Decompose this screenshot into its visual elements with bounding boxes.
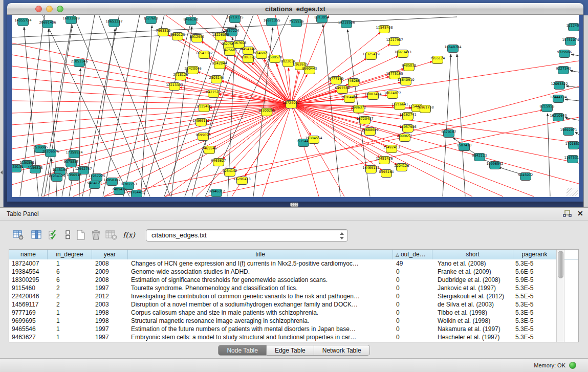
table-cell[interactable]: Hescheler et al. (1997) bbox=[432, 333, 513, 341]
network-node[interactable]: 9699695 bbox=[196, 133, 211, 141]
table-cell[interactable]: 5.6E-5 bbox=[513, 268, 556, 276]
network-node[interactable]: 2718126 bbox=[173, 73, 188, 80]
new-column-icon[interactable] bbox=[74, 227, 88, 243]
table-cell[interactable]: 49 bbox=[393, 259, 432, 268]
network-node[interactable]: 12093822 bbox=[551, 82, 568, 90]
network-node[interactable]: 8215955 bbox=[540, 104, 555, 112]
network-node[interactable]: 1350515 bbox=[67, 173, 82, 181]
function-builder-icon[interactable]: f(x) bbox=[122, 227, 136, 243]
network-node[interactable]: 8813054 bbox=[315, 15, 330, 23]
control-panel-collapsed-edge[interactable] bbox=[0, 0, 4, 207]
table-row[interactable]: 1938455462009Genome-wide association stu… bbox=[9, 268, 578, 276]
table-cell[interactable]: Stergiakouli et al. (2012) bbox=[432, 292, 513, 300]
table-cell[interactable]: 5.3E-5 bbox=[513, 317, 556, 325]
table-cell[interactable]: Corpus callosum shape and size in male p… bbox=[128, 309, 393, 317]
table-cell[interactable]: 5.3E-5 bbox=[513, 309, 556, 317]
table-row[interactable]: 1830029562008Estimation of significance … bbox=[9, 276, 578, 284]
network-node[interactable]: 9227343 bbox=[556, 67, 571, 74]
table-selector-dropdown[interactable]: citations_edges.txt bbox=[146, 229, 348, 242]
table-cell[interactable]: Changes of HCN gene expression and I(f) … bbox=[128, 259, 393, 268]
table-cell[interactable]: 5.3E-5 bbox=[513, 284, 556, 292]
network-node[interactable]: 1112453 bbox=[567, 24, 579, 31]
table-row[interactable]: 1456911722003Disruption of a novel membe… bbox=[9, 300, 578, 309]
column-header-pagerank[interactable]: pagerank bbox=[513, 250, 556, 259]
network-node[interactable]: 20206576 bbox=[42, 149, 59, 157]
table-cell[interactable]: 2 bbox=[48, 284, 92, 292]
column-header-year[interactable]: year bbox=[92, 250, 128, 259]
table-row[interactable]: 1872400712008Changes of HCN gene express… bbox=[9, 259, 578, 268]
network-node[interactable]: 14055724 bbox=[14, 18, 31, 26]
table-cell[interactable]: 14569117 bbox=[9, 300, 48, 309]
delete-column-icon[interactable] bbox=[89, 227, 103, 243]
table-cell[interactable]: 1998 bbox=[92, 309, 128, 317]
network-node[interactable]: 7955124 bbox=[430, 56, 445, 64]
table-cell[interactable]: Disruption of a novel member of a sodium… bbox=[128, 300, 393, 309]
table-cell[interactable]: 1 bbox=[48, 309, 92, 317]
network-node[interactable]: 10653257 bbox=[105, 19, 122, 27]
table-cell[interactable]: 2012 bbox=[92, 292, 128, 300]
column-header-short[interactable]: short bbox=[432, 250, 513, 259]
network-node[interactable]: 9115460 bbox=[197, 104, 212, 112]
resize-grip[interactable] bbox=[567, 188, 578, 196]
table-cell[interactable]: 5.5E-5 bbox=[513, 292, 556, 300]
network-node[interactable]: 19218506 bbox=[338, 20, 355, 28]
network-node[interactable]: 16543382 bbox=[195, 51, 212, 59]
column-header-out_de[interactable]: △out_de… bbox=[393, 250, 432, 259]
network-node[interactable]: 8427512 bbox=[206, 90, 221, 98]
table-cell[interactable]: 5.3E-5 bbox=[513, 325, 556, 333]
network-node[interactable]: 2803144 bbox=[209, 76, 224, 83]
table-cell[interactable]: 0 bbox=[393, 276, 432, 284]
network-node[interactable]: 8454749 bbox=[241, 47, 256, 55]
network-node[interactable]: 20364486 bbox=[341, 95, 358, 103]
network-node[interactable]: 3475685 bbox=[223, 48, 237, 56]
network-node[interactable]: 16162741 bbox=[399, 113, 416, 120]
table-cell[interactable]: 18724007 bbox=[9, 259, 48, 268]
table-cell[interactable]: 1 bbox=[48, 325, 92, 333]
column-header-title[interactable]: title bbox=[128, 250, 393, 259]
network-node[interactable]: 15934125 bbox=[48, 174, 65, 182]
table-cell[interactable]: 2003 bbox=[92, 300, 128, 309]
table-cell[interactable]: Wolkin et al. (1998) bbox=[432, 317, 513, 325]
network-node[interactable]: 11675312 bbox=[564, 156, 579, 163]
network-node[interactable]: 1587413 bbox=[457, 143, 472, 151]
network-node[interactable]: 9245012 bbox=[518, 173, 533, 181]
table-cell[interactable]: 6 bbox=[48, 276, 92, 284]
network-node[interactable]: 9139131 bbox=[12, 165, 23, 172]
table-cell[interactable]: 5.3E-5 bbox=[513, 300, 556, 309]
row-icon[interactable] bbox=[61, 227, 75, 243]
network-node[interactable]: 13216641 bbox=[391, 102, 408, 110]
network-node[interactable]: 9464121 bbox=[88, 181, 102, 189]
network-node[interactable]: 11325419 bbox=[362, 52, 379, 60]
network-node[interactable]: 17359924 bbox=[66, 150, 82, 158]
table-cell[interactable]: 1 bbox=[48, 259, 92, 268]
table-cell[interactable]: Jankovic et al. (1997) bbox=[432, 284, 513, 292]
network-node[interactable]: 9463627 bbox=[211, 159, 226, 166]
table-cell[interactable]: 5.9E-5 bbox=[513, 276, 556, 284]
table-cell[interactable]: Dudbridge et al. (2008) bbox=[432, 276, 513, 284]
network-node[interactable]: 9375887 bbox=[64, 160, 79, 167]
table-cell[interactable]: 9699695 bbox=[9, 317, 48, 325]
table-cell[interactable]: 0 bbox=[393, 268, 432, 276]
table-cell[interactable]: 1997 bbox=[92, 325, 128, 333]
window-titlebar[interactable]: citations_edges.txt bbox=[7, 3, 583, 15]
network-node[interactable]: 15492413 bbox=[383, 145, 400, 153]
table-cell[interactable]: Estimation of significance thresholds fo… bbox=[128, 276, 393, 284]
table-row[interactable]: 911546021997Tourette syndrome. Phenomeno… bbox=[9, 284, 578, 292]
table-cell[interactable]: 5.3E-5 bbox=[513, 259, 556, 268]
network-node[interactable]: 10719135 bbox=[226, 15, 243, 23]
table-cell[interactable]: 0 bbox=[393, 292, 432, 300]
table-cell[interactable]: 6 bbox=[48, 268, 92, 276]
network-node[interactable]: 16958107 bbox=[103, 178, 120, 186]
network-node[interactable]: 746266 bbox=[347, 79, 360, 86]
network-node[interactable]: 1156828 bbox=[28, 166, 43, 173]
tab-network-table[interactable]: Network Table bbox=[314, 345, 370, 356]
column-header-in_degree[interactable]: in_degree bbox=[48, 250, 92, 259]
split-pane-handle[interactable] bbox=[290, 203, 298, 207]
network-node[interactable]: 9329966 bbox=[557, 50, 572, 58]
network-graph[interactable]: 1405572420691406160338091065325715276028… bbox=[12, 15, 579, 197]
network-node[interactable]: 7489412 bbox=[112, 187, 127, 195]
network-node[interactable]: 18226058 bbox=[212, 33, 229, 40]
table-row[interactable]: 2242004622012Investigating the contribut… bbox=[9, 292, 578, 300]
network-node[interactable]: 8466160 bbox=[184, 17, 199, 25]
table-cell[interactable]: Genome-wide association studies in ADHD. bbox=[128, 268, 393, 276]
